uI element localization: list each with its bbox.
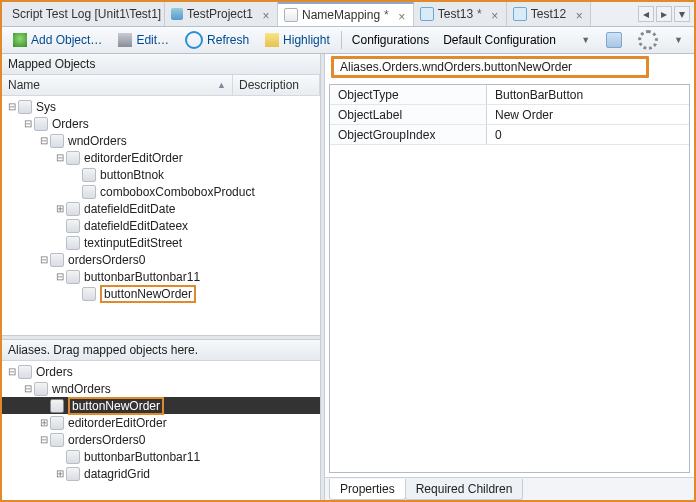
tab-script-log[interactable]: Script Test Log [Unit1\Test1] 23… × bbox=[2, 2, 165, 26]
object-icon bbox=[18, 365, 32, 379]
detail-tabs: Properties Required Children bbox=[325, 477, 694, 500]
object-icon bbox=[66, 450, 80, 464]
indent bbox=[2, 473, 54, 474]
property-row[interactable]: ObjectLabel New Order bbox=[330, 105, 689, 125]
configurations-menu[interactable]: Configurations bbox=[346, 33, 435, 47]
tree-node[interactable]: ⊟Orders bbox=[2, 115, 320, 132]
callout-highlight: buttonNewOrder bbox=[68, 397, 164, 415]
property-blank-area bbox=[330, 145, 689, 472]
settings-button[interactable] bbox=[631, 27, 665, 53]
tree-node[interactable]: textinputEditStreet bbox=[2, 234, 320, 251]
dirty-indicator: * bbox=[384, 8, 389, 22]
collapse-icon[interactable]: ⊟ bbox=[38, 135, 50, 146]
property-row[interactable]: ObjectGroupIndex 0 bbox=[330, 125, 689, 145]
scroll-left-button[interactable]: ◂ bbox=[638, 6, 654, 22]
expand-icon[interactable]: ⊞ bbox=[38, 417, 50, 428]
tree-node[interactable]: buttonNewOrder bbox=[2, 397, 320, 414]
tree-node[interactable]: ⊟ordersOrders0 bbox=[2, 251, 320, 268]
tab-scroll-controls: ◂ ▸ ▾ bbox=[634, 2, 694, 26]
object-icon bbox=[66, 270, 80, 284]
collapse-icon[interactable]: ⊟ bbox=[6, 101, 18, 112]
tree-node-label: editorderEditOrder bbox=[68, 416, 167, 430]
object-icon bbox=[34, 117, 48, 131]
tree-node[interactable]: ⊟Sys bbox=[2, 98, 320, 115]
collapse-icon[interactable]: ⊟ bbox=[54, 152, 66, 163]
aliases-pane: Aliases. Drag mapped objects here. ⊟Orde… bbox=[2, 340, 320, 500]
alias-path-bar: Aliases.Orders.wndOrders.buttonNewOrder bbox=[325, 54, 694, 80]
collapse-icon[interactable]: ⊟ bbox=[54, 271, 66, 282]
tree-node[interactable]: buttonNewOrder bbox=[2, 285, 320, 302]
scroll-right-button[interactable]: ▸ bbox=[656, 6, 672, 22]
tab-required-children[interactable]: Required Children bbox=[405, 479, 524, 500]
expand-icon[interactable]: ⊞ bbox=[54, 203, 66, 214]
tab-test13[interactable]: Test13 * × bbox=[414, 2, 507, 26]
tree-node[interactable]: ⊟editorderEditOrder bbox=[2, 149, 320, 166]
tab-properties[interactable]: Properties bbox=[329, 479, 406, 500]
property-row[interactable]: ObjectType ButtonBarButton bbox=[330, 85, 689, 105]
tab-namemapping[interactable]: NameMapping * × bbox=[278, 2, 414, 26]
indent bbox=[2, 140, 38, 141]
tab-testproject1[interactable]: TestProject1 × bbox=[165, 2, 278, 26]
tree-node[interactable]: ⊟ordersOrders0 bbox=[2, 431, 320, 448]
tree-node[interactable]: buttonbarButtonbar11 bbox=[2, 448, 320, 465]
close-icon[interactable]: × bbox=[490, 9, 500, 19]
toolbar-dropdown-button[interactable]: ▼ bbox=[574, 32, 597, 48]
tree-node-label: wndOrders bbox=[52, 382, 111, 396]
aliases-tree[interactable]: ⊟Orders⊟wndOrdersbuttonNewOrder⊞editorde… bbox=[2, 361, 320, 500]
tree-node[interactable]: datefieldEditDateex bbox=[2, 217, 320, 234]
tree-node[interactable]: ⊞editorderEditOrder bbox=[2, 414, 320, 431]
merge-button[interactable] bbox=[599, 29, 629, 51]
button-label: Refresh bbox=[207, 33, 249, 47]
add-object-button[interactable]: Add Object… bbox=[6, 30, 109, 50]
chevron-down-icon: ▼ bbox=[674, 35, 683, 45]
indent bbox=[2, 439, 38, 440]
tree-node[interactable]: ⊟wndOrders bbox=[2, 380, 320, 397]
object-icon bbox=[34, 382, 48, 396]
configuration-selector[interactable]: Default Configuration bbox=[437, 33, 562, 47]
edit-button[interactable]: Edit… bbox=[111, 30, 176, 50]
toolbar-overflow-button[interactable]: ▼ bbox=[667, 32, 690, 48]
indent bbox=[2, 191, 70, 192]
panel-title: Mapped Objects bbox=[8, 57, 95, 71]
mapped-grid-header: Name ▲ Description bbox=[2, 75, 320, 96]
tree-node-label: ordersOrders0 bbox=[68, 433, 145, 447]
tree-node[interactable]: buttonBtnok bbox=[2, 166, 320, 183]
indent bbox=[2, 293, 70, 294]
tab-label: Properties bbox=[340, 482, 395, 496]
document-tabs: Script Test Log [Unit1\Test1] 23… × Test… bbox=[2, 2, 694, 27]
close-icon[interactable]: × bbox=[397, 10, 407, 20]
tree-node-label: buttonNewOrder bbox=[72, 399, 160, 413]
indent bbox=[2, 174, 70, 175]
collapse-icon[interactable]: ⊟ bbox=[22, 118, 34, 129]
tab-label: Test13 bbox=[438, 7, 473, 21]
property-value[interactable]: 0 bbox=[487, 125, 689, 144]
close-icon[interactable]: × bbox=[261, 9, 271, 19]
refresh-button[interactable]: Refresh bbox=[178, 28, 256, 52]
tab-list-button[interactable]: ▾ bbox=[674, 6, 690, 22]
tree-node[interactable]: ⊟Orders bbox=[2, 363, 320, 380]
tree-node[interactable]: ⊟buttonbarButtonbar11 bbox=[2, 268, 320, 285]
indent bbox=[2, 242, 54, 243]
tab-label: NameMapping bbox=[302, 8, 380, 22]
tab-test12[interactable]: Test12 × bbox=[507, 2, 591, 26]
tree-node[interactable]: comboboxComboboxProduct bbox=[2, 183, 320, 200]
config-value: Default Configuration bbox=[443, 33, 556, 47]
highlight-button[interactable]: Highlight bbox=[258, 30, 337, 50]
tree-node[interactable]: ⊞datagridGrid bbox=[2, 465, 320, 482]
collapse-icon[interactable]: ⊟ bbox=[38, 434, 50, 445]
tree-node[interactable]: ⊟wndOrders bbox=[2, 132, 320, 149]
collapse-icon[interactable]: ⊟ bbox=[38, 254, 50, 265]
object-icon bbox=[66, 151, 80, 165]
property-value[interactable]: ButtonBarButton bbox=[487, 85, 689, 104]
tree-node[interactable]: ⊞datefieldEditDate bbox=[2, 200, 320, 217]
tree-node-label: Orders bbox=[52, 117, 89, 131]
col-description[interactable]: Description bbox=[233, 75, 320, 95]
collapse-icon[interactable]: ⊟ bbox=[6, 366, 18, 377]
col-name[interactable]: Name ▲ bbox=[2, 75, 233, 95]
object-icon bbox=[82, 185, 96, 199]
property-value[interactable]: New Order bbox=[487, 105, 689, 124]
close-icon[interactable]: × bbox=[574, 9, 584, 19]
mapped-objects-tree[interactable]: ⊟Sys⊟Orders⊟wndOrders⊟editorderEditOrder… bbox=[2, 96, 320, 335]
collapse-icon[interactable]: ⊟ bbox=[22, 383, 34, 394]
expand-icon[interactable]: ⊞ bbox=[54, 468, 66, 479]
